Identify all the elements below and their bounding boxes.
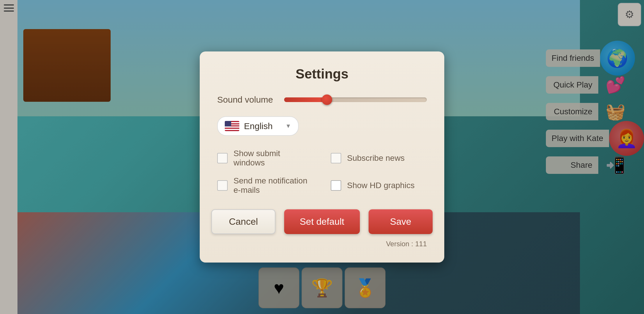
show-submit-windows-row[interactable]: Show submit windows xyxy=(217,149,313,167)
sound-volume-row: Sound volume xyxy=(217,95,427,105)
language-dropdown[interactable]: English ▼ xyxy=(217,116,299,136)
volume-slider-fill xyxy=(284,97,327,102)
us-flag-icon xyxy=(225,121,239,131)
checkboxes-grid: Show submit windows Subscribe news Send … xyxy=(217,149,427,195)
show-submit-windows-label: Show submit windows xyxy=(233,149,313,167)
action-buttons: Cancel Set default Save xyxy=(217,209,427,234)
cancel-button[interactable]: Cancel xyxy=(211,209,275,234)
language-selected-text: English xyxy=(244,121,281,131)
subscribe-news-checkbox[interactable] xyxy=(331,153,341,163)
sound-volume-label: Sound volume xyxy=(217,95,275,105)
dropdown-arrow-icon: ▼ xyxy=(285,123,291,129)
subscribe-news-label: Subscribe news xyxy=(347,154,405,163)
set-default-button[interactable]: Set default xyxy=(284,209,360,234)
notification-emails-row[interactable]: Send me notification e-mails xyxy=(217,176,313,195)
volume-slider-thumb[interactable] xyxy=(322,94,332,105)
settings-title: Settings xyxy=(217,66,427,82)
settings-modal: Settings Sound volume xyxy=(200,51,444,263)
hd-graphics-label: Show HD graphics xyxy=(347,181,415,190)
volume-slider-track[interactable] xyxy=(284,97,427,102)
save-button[interactable]: Save xyxy=(369,209,433,234)
subscribe-news-row[interactable]: Subscribe news xyxy=(331,149,427,167)
version-text: Version : 111 xyxy=(217,240,427,248)
notification-emails-label: Send me notification e-mails xyxy=(233,176,313,195)
hd-graphics-checkbox[interactable] xyxy=(331,180,341,191)
notification-emails-checkbox[interactable] xyxy=(217,180,228,191)
show-submit-windows-checkbox[interactable] xyxy=(217,153,228,163)
hd-graphics-row[interactable]: Show HD graphics xyxy=(331,176,427,195)
